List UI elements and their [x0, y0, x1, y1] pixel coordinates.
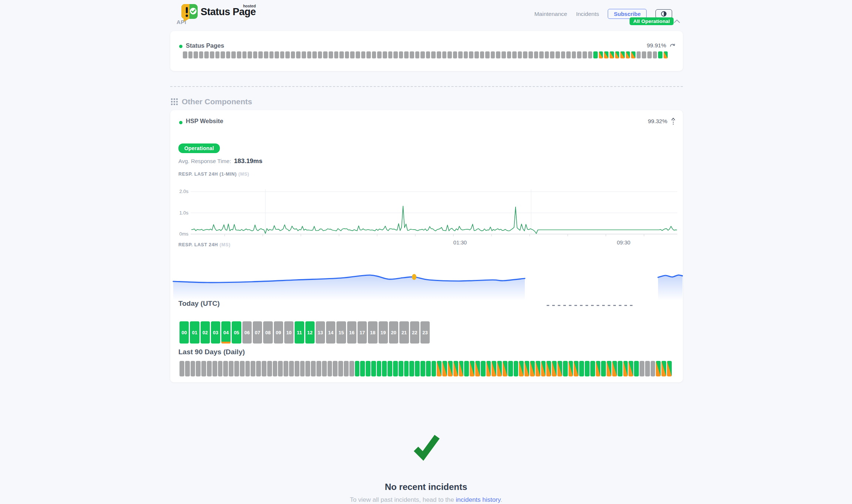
uptime-bar[interactable]: [278, 361, 283, 376]
uptime-bar[interactable]: [442, 361, 447, 376]
uptime-bar[interactable]: [601, 361, 606, 376]
uptime-bar[interactable]: [355, 361, 360, 376]
hour-cell[interactable]: 06: [242, 321, 252, 344]
uptime-bar[interactable]: [637, 51, 641, 58]
uptime-bar[interactable]: [481, 361, 486, 376]
uptime-bar[interactable]: [366, 361, 370, 376]
uptime-bar[interactable]: [388, 361, 392, 376]
uptime-bar[interactable]: [588, 51, 593, 58]
uptime-bar[interactable]: [237, 51, 241, 58]
uptime-bar[interactable]: [447, 51, 452, 58]
uptime-bar[interactable]: [557, 361, 562, 376]
uptime-bar[interactable]: [226, 51, 231, 58]
uptime-bar[interactable]: [485, 51, 490, 58]
uptime-bar[interactable]: [311, 361, 316, 376]
uptime-bar[interactable]: [196, 361, 201, 376]
uptime-bar[interactable]: [399, 51, 403, 58]
uptime-bar[interactable]: [223, 361, 228, 376]
hour-cell[interactable]: 19: [379, 321, 388, 344]
uptime-bar[interactable]: [651, 361, 655, 376]
uptime-bar[interactable]: [221, 51, 225, 58]
uptime-bar[interactable]: [295, 361, 299, 376]
uptime-bar[interactable]: [415, 361, 420, 376]
uptime-bar[interactable]: [459, 361, 464, 376]
uptime-bar[interactable]: [210, 51, 214, 58]
uptime-bar[interactable]: [563, 361, 568, 376]
hour-cell[interactable]: 20: [389, 321, 398, 344]
uptime-bar[interactable]: [437, 51, 441, 58]
uptime-bar[interactable]: [350, 51, 355, 58]
uptime-bar[interactable]: [437, 361, 442, 376]
uptime-bar[interactable]: [212, 361, 217, 376]
uptime-bar[interactable]: [207, 361, 212, 376]
uptime-bar[interactable]: [620, 51, 625, 58]
uptime-bar[interactable]: [545, 51, 549, 58]
uptime-bar[interactable]: [470, 361, 474, 376]
hour-cell[interactable]: 22: [410, 321, 419, 344]
uptime-bar[interactable]: [524, 361, 529, 376]
uptime-bar[interactable]: [291, 51, 295, 58]
uptime-bar[interactable]: [507, 51, 511, 58]
uptime-bar[interactable]: [431, 51, 436, 58]
hour-cell[interactable]: 13: [316, 321, 325, 344]
uptime-bar[interactable]: [556, 51, 560, 58]
uptime-bar[interactable]: [572, 51, 576, 58]
uptime-bar[interactable]: [583, 51, 587, 58]
uptime-bar[interactable]: [426, 51, 430, 58]
uptime-bar[interactable]: [323, 51, 328, 58]
uptime-bar[interactable]: [307, 51, 312, 58]
uptime-bar[interactable]: [240, 361, 245, 376]
uptime-bar[interactable]: [360, 361, 365, 376]
uptime-bar[interactable]: [514, 361, 519, 376]
uptime-bar[interactable]: [610, 51, 614, 58]
uptime-bar[interactable]: [486, 361, 491, 376]
uptime-bar[interactable]: [640, 361, 644, 376]
uptime-bar[interactable]: [612, 361, 617, 376]
uptime-bar[interactable]: [491, 51, 495, 58]
uptime-bar[interactable]: [269, 51, 274, 58]
uptime-bar[interactable]: [453, 361, 458, 376]
hour-cell[interactable]: 21: [399, 321, 409, 344]
uptime-bar[interactable]: [480, 51, 484, 58]
uptime-bar[interactable]: [256, 361, 261, 376]
uptime-bar[interactable]: [201, 361, 206, 376]
uptime-bar[interactable]: [302, 51, 306, 58]
uptime-bar[interactable]: [383, 51, 387, 58]
uptime-bar[interactable]: [534, 51, 539, 58]
uptime-bar[interactable]: [448, 361, 453, 376]
uptime-bar[interactable]: [191, 361, 195, 376]
uptime-bar[interactable]: [658, 51, 663, 58]
uptime-bar[interactable]: [568, 361, 573, 376]
uptime-bar[interactable]: [338, 361, 343, 376]
uptime-bar[interactable]: [318, 51, 322, 58]
uptime-bar[interactable]: [536, 361, 540, 376]
uptime-bar[interactable]: [349, 361, 354, 376]
uptime-bar[interactable]: [442, 51, 447, 58]
uptime-bar[interactable]: [393, 361, 398, 376]
uptime-bar[interactable]: [492, 361, 496, 376]
uptime-bar[interactable]: [664, 51, 668, 58]
uptime-bar[interactable]: [204, 51, 209, 58]
response-time-line-chart[interactable]: 2.0s1.0s0ms01:3009:30: [178, 185, 681, 248]
uptime-bar[interactable]: [503, 361, 507, 376]
hour-cell[interactable]: 00: [180, 321, 189, 344]
uptime-bar[interactable]: [653, 51, 657, 58]
uptime-bar[interactable]: [458, 51, 463, 58]
uptime-bar[interactable]: [305, 361, 310, 376]
uptime-bar[interactable]: [642, 51, 646, 58]
uptime-bar[interactable]: [377, 51, 382, 58]
uptime-bar[interactable]: [262, 361, 266, 376]
hour-cell[interactable]: 10: [284, 321, 293, 344]
uptime-bar[interactable]: [234, 361, 239, 376]
hour-cell[interactable]: 16: [347, 321, 356, 344]
uptime-bar[interactable]: [410, 51, 414, 58]
chevron-up-icon[interactable]: [674, 19, 680, 23]
uptime-bar[interactable]: [512, 51, 517, 58]
uptime-bar[interactable]: [546, 361, 551, 376]
uptime-bar[interactable]: [607, 361, 611, 376]
hour-cell[interactable]: 17: [358, 321, 367, 344]
uptime-bar[interactable]: [518, 51, 522, 58]
uptime-bar[interactable]: [618, 361, 623, 376]
uptime-bar[interactable]: [218, 361, 223, 376]
uptime-bar[interactable]: [475, 361, 480, 376]
